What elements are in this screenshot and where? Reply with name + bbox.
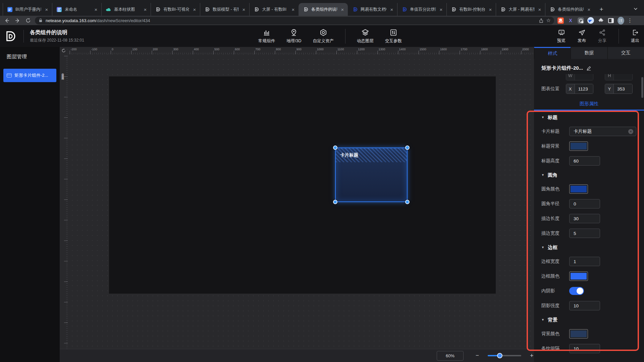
browser-tab[interactable]: 大屏 - 有数BI × — [249, 3, 299, 16]
tab-close-icon[interactable]: × — [340, 7, 345, 12]
resize-handle-top-right[interactable] — [405, 145, 410, 150]
new-tab-button[interactable]: + — [596, 4, 606, 14]
browser-tab[interactable]: BI用户手册内容 × — [3, 3, 52, 16]
ruler-label: 200 — [152, 47, 172, 51]
resize-handle-bottom-right[interactable] — [405, 200, 410, 204]
property-input[interactable]: 1× — [569, 257, 600, 266]
tab-close-icon[interactable]: × — [143, 7, 148, 12]
browser-tab[interactable]: 基本柱状图 × — [101, 3, 151, 16]
inner-shadow-toggle[interactable] — [569, 287, 584, 295]
publish-button[interactable]: 发布 — [578, 29, 586, 44]
tab-close-icon[interactable]: × — [192, 7, 197, 12]
position-y-input[interactable]: Y353 — [605, 84, 633, 94]
browser-tab[interactable]: 未命名 × — [52, 3, 101, 16]
tab-close-icon[interactable]: × — [93, 7, 99, 12]
section-collapse-icon[interactable]: ▼ — [541, 318, 544, 321]
property-row: ▼ 边框颜色 × — [534, 269, 644, 284]
browser-tab[interactable]: 有数BI-控制台- × — [446, 3, 496, 16]
url-bar[interactable]: netease.youdata.163.com/dash/newScreen/e… — [35, 17, 554, 24]
property-input[interactable]: 30× — [569, 214, 600, 223]
section-collapse-icon[interactable]: ▼ — [541, 116, 544, 119]
artboard[interactable]: 卡片标题 — [109, 76, 496, 294]
color-swatch[interactable] — [569, 272, 588, 281]
zoom-level-value[interactable]: 60% — [437, 351, 464, 361]
toolbar-custom-assets[interactable]: 自定义资产 — [313, 28, 334, 44]
property-input[interactable]: 5× — [569, 229, 600, 238]
canvas-area[interactable]: -200-10001002003004005006007008009001000… — [60, 47, 534, 362]
browser-menu-icon[interactable]: ⋮ — [628, 17, 632, 24]
forward-button[interactable] — [13, 16, 21, 24]
tab-close-icon[interactable]: × — [389, 7, 394, 12]
property-input[interactable]: 10× — [569, 344, 600, 353]
clear-icon[interactable]: × — [628, 129, 633, 134]
resize-handle-bottom-left[interactable] — [333, 200, 337, 204]
property-row: ▼ 边框 × — [534, 241, 644, 254]
sliders-icon — [389, 28, 397, 37]
tab-close-icon[interactable]: × — [438, 7, 444, 12]
section-collapse-icon[interactable]: ▼ — [541, 246, 544, 249]
color-swatch[interactable] — [569, 184, 588, 194]
position-x-input[interactable]: X1123 — [566, 84, 594, 94]
layer-item[interactable]: 矩形卡片组件-2... — [3, 69, 56, 82]
color-swatch[interactable] — [569, 329, 588, 339]
section-collapse-icon[interactable]: ▼ — [541, 173, 544, 177]
panel-tab[interactable]: 数据 — [571, 47, 607, 59]
tab-search-chevron-icon[interactable] — [632, 5, 639, 12]
property-input[interactable]: 60× — [569, 156, 600, 166]
zoom-slider[interactable] — [488, 355, 521, 356]
tab-close-icon[interactable]: × — [290, 7, 296, 12]
panel-tab[interactable]: 交互 — [607, 47, 644, 59]
tab-favicon — [155, 7, 161, 12]
share-icon[interactable] — [539, 18, 544, 23]
tab-close-icon[interactable]: × — [44, 7, 49, 12]
back-button[interactable] — [3, 16, 11, 24]
preview-button[interactable]: 预览 — [557, 29, 566, 44]
panel-tab[interactable]: 样式 — [534, 47, 571, 59]
layers-panel-title: 图层管理 — [0, 47, 60, 60]
resize-handle-top-left[interactable] — [333, 145, 337, 150]
graphic-properties-link[interactable]: 图形属性 — [534, 101, 644, 109]
share-button[interactable]: 分享 — [598, 29, 606, 44]
browser-tab[interactable]: 数据模型 - 有数 × — [200, 3, 249, 16]
extensions-puzzle-icon[interactable] — [597, 17, 604, 24]
component-toolbar: 常规组件 地理/3D 自定义资产 动态图层 交互参数 — [258, 25, 402, 47]
toolbar-geo-3d[interactable]: 地理/3D — [286, 28, 301, 44]
side-panel-icon[interactable] — [608, 18, 614, 23]
browser-tab[interactable]: 大屏 - 网易有数 × — [496, 3, 545, 16]
toolbar-interaction-params[interactable]: 交互参数 — [385, 28, 402, 44]
property-input[interactable]: 卡片标题× — [569, 127, 636, 136]
property-input[interactable]: 10× — [569, 301, 600, 310]
reload-button[interactable] — [24, 16, 32, 24]
browser-tab[interactable]: 各类组件的说明 × — [299, 3, 348, 16]
x-extension-icon[interactable]: X — [567, 17, 574, 24]
height-input[interactable]: H — [605, 74, 633, 80]
width-input[interactable]: W — [566, 74, 594, 80]
hui-extension-icon[interactable]: 惠 — [557, 17, 564, 24]
browser-tab[interactable]: 网易有数文档中 × — [348, 3, 397, 16]
profile-avatar[interactable]: 汪 — [618, 17, 624, 24]
zoom-in-button[interactable]: + — [530, 352, 534, 359]
zoom-slider-knob[interactable] — [497, 353, 502, 358]
tab-close-icon[interactable]: × — [488, 7, 493, 12]
zoom-out-button[interactable]: − — [476, 352, 479, 359]
ruler-label: 0 — [111, 47, 131, 51]
tab-close-icon[interactable]: × — [537, 7, 542, 12]
ruler-reset-icon[interactable] — [60, 47, 68, 54]
bookmark-star-icon[interactable]: ☆ — [546, 17, 551, 23]
color-swatch[interactable] — [569, 141, 588, 151]
exit-button[interactable]: 退出 — [631, 29, 639, 44]
tab-close-icon[interactable]: × — [241, 7, 247, 12]
browser-tab[interactable]: 各类组件的说明 × — [545, 3, 594, 16]
property-input[interactable]: 0× — [569, 199, 600, 208]
camera-extension-icon[interactable] — [578, 17, 584, 24]
toolbar-dynamic-layers[interactable]: 动态图层 — [357, 28, 374, 44]
tab-close-icon[interactable]: × — [586, 7, 592, 12]
browser-tab[interactable]: 单值百分比饼图 × — [397, 3, 446, 16]
browser-tab[interactable]: 有数BI-可视化 × — [151, 3, 200, 16]
toolbar-regular-components[interactable]: 常规组件 — [258, 28, 275, 44]
last-saved-text: 最近保存 2022-11-08 15:32:01 — [30, 38, 84, 43]
bird-extension-icon[interactable] — [587, 17, 594, 24]
edit-name-icon[interactable] — [586, 66, 591, 71]
rect-card-component[interactable]: 卡片标题 — [335, 147, 408, 202]
panel-scrollbar[interactable] — [641, 77, 643, 98]
